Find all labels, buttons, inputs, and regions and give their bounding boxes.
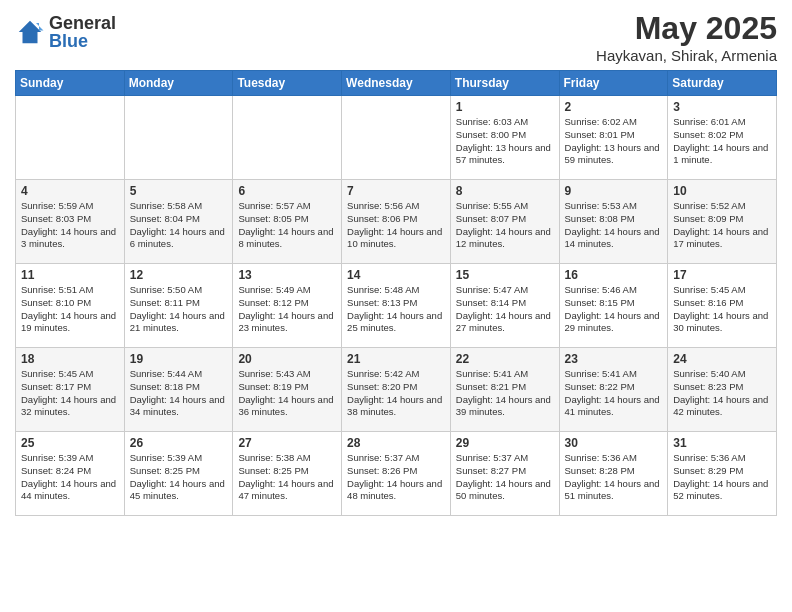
day-cell-0-0	[16, 96, 125, 180]
day-info: Sunrise: 6:01 AM Sunset: 8:02 PM Dayligh…	[673, 116, 771, 167]
day-info: Sunrise: 5:41 AM Sunset: 8:21 PM Dayligh…	[456, 368, 554, 419]
week-row-1: 1Sunrise: 6:03 AM Sunset: 8:00 PM Daylig…	[16, 96, 777, 180]
col-saturday: Saturday	[668, 71, 777, 96]
day-info: Sunrise: 5:39 AM Sunset: 8:25 PM Dayligh…	[130, 452, 228, 503]
day-number: 26	[130, 436, 228, 450]
logo: General Blue	[15, 14, 116, 50]
day-cell-4-4: 29Sunrise: 5:37 AM Sunset: 8:27 PM Dayli…	[450, 432, 559, 516]
day-info: Sunrise: 5:38 AM Sunset: 8:25 PM Dayligh…	[238, 452, 336, 503]
day-info: Sunrise: 5:59 AM Sunset: 8:03 PM Dayligh…	[21, 200, 119, 251]
day-number: 5	[130, 184, 228, 198]
day-number: 23	[565, 352, 663, 366]
day-info: Sunrise: 5:51 AM Sunset: 8:10 PM Dayligh…	[21, 284, 119, 335]
day-cell-4-0: 25Sunrise: 5:39 AM Sunset: 8:24 PM Dayli…	[16, 432, 125, 516]
day-cell-1-6: 10Sunrise: 5:52 AM Sunset: 8:09 PM Dayli…	[668, 180, 777, 264]
day-number: 27	[238, 436, 336, 450]
day-info: Sunrise: 5:42 AM Sunset: 8:20 PM Dayligh…	[347, 368, 445, 419]
day-number: 8	[456, 184, 554, 198]
day-info: Sunrise: 5:48 AM Sunset: 8:13 PM Dayligh…	[347, 284, 445, 335]
day-number: 4	[21, 184, 119, 198]
week-row-5: 25Sunrise: 5:39 AM Sunset: 8:24 PM Dayli…	[16, 432, 777, 516]
day-cell-3-0: 18Sunrise: 5:45 AM Sunset: 8:17 PM Dayli…	[16, 348, 125, 432]
day-cell-3-4: 22Sunrise: 5:41 AM Sunset: 8:21 PM Dayli…	[450, 348, 559, 432]
day-cell-4-6: 31Sunrise: 5:36 AM Sunset: 8:29 PM Dayli…	[668, 432, 777, 516]
day-number: 31	[673, 436, 771, 450]
day-info: Sunrise: 5:44 AM Sunset: 8:18 PM Dayligh…	[130, 368, 228, 419]
day-cell-2-5: 16Sunrise: 5:46 AM Sunset: 8:15 PM Dayli…	[559, 264, 668, 348]
day-number: 15	[456, 268, 554, 282]
calendar-title: May 2025	[596, 10, 777, 47]
day-info: Sunrise: 5:45 AM Sunset: 8:16 PM Dayligh…	[673, 284, 771, 335]
calendar-subtitle: Haykavan, Shirak, Armenia	[596, 47, 777, 64]
day-number: 6	[238, 184, 336, 198]
week-row-3: 11Sunrise: 5:51 AM Sunset: 8:10 PM Dayli…	[16, 264, 777, 348]
day-cell-3-6: 24Sunrise: 5:40 AM Sunset: 8:23 PM Dayli…	[668, 348, 777, 432]
page: General Blue May 2025 Haykavan, Shirak, …	[0, 0, 792, 612]
day-number: 28	[347, 436, 445, 450]
calendar-header-row: Sunday Monday Tuesday Wednesday Thursday…	[16, 71, 777, 96]
day-info: Sunrise: 5:41 AM Sunset: 8:22 PM Dayligh…	[565, 368, 663, 419]
day-number: 24	[673, 352, 771, 366]
day-cell-1-1: 5Sunrise: 5:58 AM Sunset: 8:04 PM Daylig…	[124, 180, 233, 264]
day-cell-1-2: 6Sunrise: 5:57 AM Sunset: 8:05 PM Daylig…	[233, 180, 342, 264]
day-info: Sunrise: 5:58 AM Sunset: 8:04 PM Dayligh…	[130, 200, 228, 251]
day-cell-0-1	[124, 96, 233, 180]
day-cell-0-5: 2Sunrise: 6:02 AM Sunset: 8:01 PM Daylig…	[559, 96, 668, 180]
day-info: Sunrise: 5:36 AM Sunset: 8:28 PM Dayligh…	[565, 452, 663, 503]
day-cell-1-4: 8Sunrise: 5:55 AM Sunset: 8:07 PM Daylig…	[450, 180, 559, 264]
day-cell-1-0: 4Sunrise: 5:59 AM Sunset: 8:03 PM Daylig…	[16, 180, 125, 264]
day-cell-0-2	[233, 96, 342, 180]
day-info: Sunrise: 5:57 AM Sunset: 8:05 PM Dayligh…	[238, 200, 336, 251]
day-cell-1-3: 7Sunrise: 5:56 AM Sunset: 8:06 PM Daylig…	[342, 180, 451, 264]
day-info: Sunrise: 5:36 AM Sunset: 8:29 PM Dayligh…	[673, 452, 771, 503]
day-number: 17	[673, 268, 771, 282]
col-sunday: Sunday	[16, 71, 125, 96]
calendar-table: Sunday Monday Tuesday Wednesday Thursday…	[15, 70, 777, 516]
logo-icon	[15, 17, 45, 47]
day-cell-2-4: 15Sunrise: 5:47 AM Sunset: 8:14 PM Dayli…	[450, 264, 559, 348]
day-number: 29	[456, 436, 554, 450]
day-number: 11	[21, 268, 119, 282]
col-monday: Monday	[124, 71, 233, 96]
day-info: Sunrise: 5:49 AM Sunset: 8:12 PM Dayligh…	[238, 284, 336, 335]
day-info: Sunrise: 6:02 AM Sunset: 8:01 PM Dayligh…	[565, 116, 663, 167]
day-cell-3-1: 19Sunrise: 5:44 AM Sunset: 8:18 PM Dayli…	[124, 348, 233, 432]
day-number: 25	[21, 436, 119, 450]
day-number: 20	[238, 352, 336, 366]
day-number: 10	[673, 184, 771, 198]
day-info: Sunrise: 5:53 AM Sunset: 8:08 PM Dayligh…	[565, 200, 663, 251]
day-cell-2-0: 11Sunrise: 5:51 AM Sunset: 8:10 PM Dayli…	[16, 264, 125, 348]
day-cell-4-3: 28Sunrise: 5:37 AM Sunset: 8:26 PM Dayli…	[342, 432, 451, 516]
day-cell-0-4: 1Sunrise: 6:03 AM Sunset: 8:00 PM Daylig…	[450, 96, 559, 180]
title-block: May 2025 Haykavan, Shirak, Armenia	[596, 10, 777, 64]
day-cell-2-6: 17Sunrise: 5:45 AM Sunset: 8:16 PM Dayli…	[668, 264, 777, 348]
day-number: 1	[456, 100, 554, 114]
day-number: 3	[673, 100, 771, 114]
day-info: Sunrise: 5:37 AM Sunset: 8:27 PM Dayligh…	[456, 452, 554, 503]
day-info: Sunrise: 5:52 AM Sunset: 8:09 PM Dayligh…	[673, 200, 771, 251]
col-friday: Friday	[559, 71, 668, 96]
day-number: 14	[347, 268, 445, 282]
week-row-2: 4Sunrise: 5:59 AM Sunset: 8:03 PM Daylig…	[16, 180, 777, 264]
day-cell-4-1: 26Sunrise: 5:39 AM Sunset: 8:25 PM Dayli…	[124, 432, 233, 516]
day-number: 30	[565, 436, 663, 450]
day-number: 13	[238, 268, 336, 282]
day-info: Sunrise: 5:55 AM Sunset: 8:07 PM Dayligh…	[456, 200, 554, 251]
day-info: Sunrise: 5:46 AM Sunset: 8:15 PM Dayligh…	[565, 284, 663, 335]
day-info: Sunrise: 5:56 AM Sunset: 8:06 PM Dayligh…	[347, 200, 445, 251]
day-cell-4-5: 30Sunrise: 5:36 AM Sunset: 8:28 PM Dayli…	[559, 432, 668, 516]
day-number: 22	[456, 352, 554, 366]
day-cell-3-5: 23Sunrise: 5:41 AM Sunset: 8:22 PM Dayli…	[559, 348, 668, 432]
logo-blue-text: Blue	[49, 32, 116, 50]
day-info: Sunrise: 6:03 AM Sunset: 8:00 PM Dayligh…	[456, 116, 554, 167]
day-info: Sunrise: 5:47 AM Sunset: 8:14 PM Dayligh…	[456, 284, 554, 335]
day-cell-2-1: 12Sunrise: 5:50 AM Sunset: 8:11 PM Dayli…	[124, 264, 233, 348]
day-info: Sunrise: 5:37 AM Sunset: 8:26 PM Dayligh…	[347, 452, 445, 503]
col-tuesday: Tuesday	[233, 71, 342, 96]
day-number: 21	[347, 352, 445, 366]
day-cell-4-2: 27Sunrise: 5:38 AM Sunset: 8:25 PM Dayli…	[233, 432, 342, 516]
col-wednesday: Wednesday	[342, 71, 451, 96]
header: General Blue May 2025 Haykavan, Shirak, …	[15, 10, 777, 64]
day-info: Sunrise: 5:50 AM Sunset: 8:11 PM Dayligh…	[130, 284, 228, 335]
day-number: 16	[565, 268, 663, 282]
